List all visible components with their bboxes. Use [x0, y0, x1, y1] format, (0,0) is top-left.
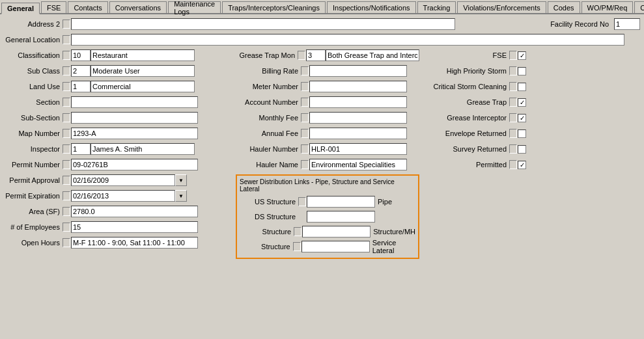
address2-input[interactable] — [71, 18, 455, 30]
grease-trap-icon[interactable] — [509, 98, 517, 107]
facility-record-input[interactable] — [614, 18, 640, 30]
grease-trap-mon-value[interactable] — [326, 49, 419, 61]
billing-rate-icon[interactable] — [301, 66, 309, 75]
high-priority-storm-label: High Priority Storm — [425, 67, 509, 75]
permit-approval-dropdown[interactable]: ▼ — [175, 174, 187, 186]
tab-fse[interactable]: FSE — [41, 1, 66, 13]
permit-expiration-label: Permit Expiration — [4, 192, 63, 200]
land-use-value[interactable] — [91, 81, 195, 92]
tab-inspections[interactable]: Inspections/Notifications — [327, 1, 416, 13]
billing-rate-row: Billing Rate — [236, 64, 419, 78]
grease-trap-mon-icon[interactable] — [298, 51, 305, 60]
employees-icon[interactable] — [63, 223, 70, 232]
grease-interceptor-checkbox[interactable] — [518, 114, 526, 122]
section-input[interactable] — [71, 96, 198, 108]
open-hours-icon[interactable] — [63, 238, 70, 247]
hauler-number-row: Hauler Number — [236, 142, 419, 156]
open-hours-input[interactable] — [71, 237, 198, 249]
hauler-number-icon[interactable] — [301, 144, 309, 154]
subclass-label: Sub Class — [4, 67, 63, 75]
grease-interceptor-icon[interactable] — [509, 113, 517, 122]
general-location-input[interactable] — [71, 34, 624, 46]
meter-number-input[interactable] — [309, 81, 407, 92]
tab-custom[interactable]: Custom — [634, 1, 644, 13]
high-priority-storm-icon[interactable] — [509, 66, 517, 75]
land-use-code[interactable] — [71, 81, 91, 92]
structure1-input[interactable] — [302, 226, 371, 237]
hauler-number-input[interactable] — [309, 143, 407, 155]
structure1-row: Structure Structure/MH — [240, 225, 415, 238]
permitted-icon[interactable] — [509, 160, 517, 169]
map-number-icon[interactable] — [63, 129, 70, 138]
meter-number-icon[interactable] — [301, 82, 309, 91]
critical-storm-cleaning-icon[interactable] — [509, 82, 517, 91]
area-sf-icon[interactable] — [63, 207, 70, 216]
high-priority-storm-checkbox[interactable] — [518, 67, 526, 75]
general-location-icon[interactable] — [63, 35, 70, 44]
structure2-icon[interactable] — [293, 242, 301, 251]
grease-trap-checkbox[interactable] — [518, 98, 526, 107]
tab-violations[interactable]: Violations/Enforcements — [457, 1, 546, 13]
structure2-input[interactable] — [301, 241, 370, 252]
monthly-fee-label: Monthly Fee — [236, 114, 301, 122]
section-icon[interactable] — [63, 98, 70, 107]
account-number-input[interactable] — [309, 96, 407, 108]
fse-right-icon[interactable] — [509, 51, 517, 60]
fse-checkbox[interactable] — [518, 51, 526, 60]
envelope-returned-checkbox[interactable] — [518, 129, 526, 138]
survey-returned-icon[interactable] — [509, 144, 517, 154]
structure-mh-label: Structure/MH — [371, 228, 415, 236]
tab-maintenance-logs[interactable]: Maintenance Logs — [168, 1, 221, 13]
permit-number-icon[interactable] — [63, 160, 70, 169]
map-number-input[interactable] — [71, 128, 198, 139]
meter-number-label: Meter Number — [236, 83, 301, 90]
ds-structure-input[interactable] — [307, 211, 375, 223]
inspector-value[interactable] — [91, 143, 195, 155]
permit-approval-input[interactable] — [71, 174, 175, 186]
land-use-icon[interactable] — [63, 82, 70, 91]
subclass-code[interactable] — [71, 65, 91, 77]
permit-expiration-dropdown[interactable]: ▼ — [175, 190, 187, 202]
tab-traps[interactable]: Traps/Interceptors/Cleanings — [222, 1, 326, 13]
envelope-returned-icon[interactable] — [509, 129, 517, 138]
tab-general[interactable]: General — [1, 3, 40, 14]
account-number-icon[interactable] — [301, 98, 309, 107]
permit-expiration-input[interactable] — [71, 190, 175, 202]
monthly-fee-input[interactable] — [309, 112, 407, 124]
hauler-name-icon[interactable] — [301, 160, 309, 169]
tab-tracking[interactable]: Tracking — [417, 1, 456, 13]
annual-fee-icon[interactable] — [301, 129, 309, 138]
inspector-icon[interactable] — [63, 144, 70, 154]
subsection-input[interactable] — [71, 112, 198, 124]
subsection-icon[interactable] — [63, 113, 70, 122]
permit-number-input[interactable] — [71, 159, 198, 170]
permitted-checkbox[interactable] — [518, 161, 526, 169]
tab-wo-pm-req[interactable]: WO/PM/Req — [581, 1, 634, 13]
billing-rate-input[interactable] — [309, 65, 407, 77]
us-structure-icon[interactable] — [298, 197, 306, 206]
critical-storm-cleaning-checkbox[interactable] — [518, 83, 526, 91]
survey-returned-label: Survey Returned — [425, 145, 509, 153]
structure1-icon[interactable] — [294, 227, 301, 236]
classification-code[interactable] — [71, 49, 91, 61]
classification-icon[interactable] — [63, 51, 70, 60]
grease-trap-mon-code[interactable] — [306, 49, 326, 61]
inspector-code[interactable] — [71, 143, 91, 155]
address2-icon[interactable] — [63, 20, 70, 29]
survey-returned-checkbox[interactable] — [518, 145, 526, 154]
tab-contacts[interactable]: Contacts — [68, 1, 107, 13]
us-structure-input[interactable] — [307, 196, 375, 208]
tab-codes[interactable]: Codes — [548, 1, 580, 13]
permit-approval-icon[interactable] — [63, 176, 70, 185]
high-priority-storm-row: High Priority Storm — [425, 64, 640, 78]
classification-value[interactable] — [91, 49, 195, 61]
area-sf-input[interactable] — [71, 206, 198, 217]
subclass-icon[interactable] — [63, 66, 70, 75]
annual-fee-input[interactable] — [309, 128, 407, 139]
permit-expiration-icon[interactable] — [63, 191, 70, 200]
employees-input[interactable] — [71, 221, 198, 233]
tab-conversations[interactable]: Conversations — [109, 1, 167, 13]
hauler-name-input[interactable] — [309, 159, 407, 170]
monthly-fee-icon[interactable] — [301, 113, 309, 122]
subclass-value[interactable] — [91, 65, 195, 77]
